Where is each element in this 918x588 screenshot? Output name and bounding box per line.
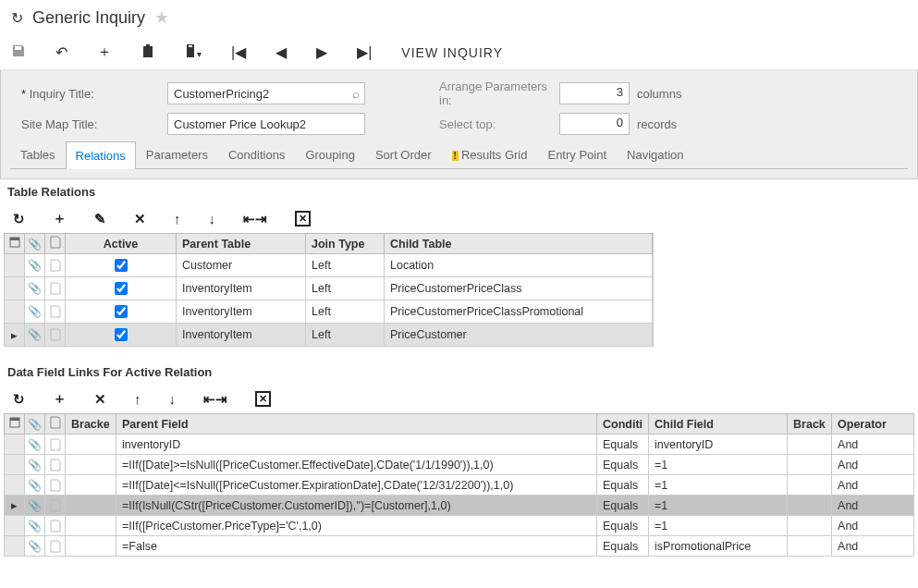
brackets-cell[interactable] — [66, 536, 116, 557]
note-icon[interactable] — [45, 254, 66, 277]
brackets2-cell[interactable] — [788, 516, 832, 536]
col-brackets2[interactable]: Brack — [788, 414, 832, 435]
active-cell[interactable] — [66, 277, 177, 300]
view-inquiry-button[interactable]: VIEW INQUIRY — [401, 45, 503, 60]
attachment-icon[interactable]: 📎 — [25, 300, 45, 324]
col-active[interactable]: Active — [66, 234, 177, 254]
row-marker[interactable]: ▸ — [5, 324, 25, 347]
parent-field-cell[interactable]: =IIf([Date]>=IsNull([PriceCustomer.Effec… — [116, 455, 597, 475]
attachment-icon[interactable]: 📎 — [25, 516, 45, 536]
links-moveup-icon[interactable]: ↑ — [134, 391, 141, 407]
operator-cell[interactable]: And — [832, 516, 914, 536]
attachment-icon[interactable]: 📎 — [25, 455, 45, 475]
tab-parameters[interactable]: Parameters — [136, 141, 218, 168]
clipboard-dropdown-icon[interactable]: ▾ — [184, 43, 202, 62]
links-movedown-icon[interactable]: ↓ — [169, 391, 177, 407]
select-top-input[interactable]: 0 — [559, 113, 630, 135]
row-marker[interactable] — [5, 277, 25, 300]
row-marker[interactable] — [5, 516, 25, 536]
first-record-icon[interactable]: |◀ — [231, 43, 246, 61]
condition-cell[interactable]: Equals — [597, 455, 649, 475]
note-icon[interactable] — [45, 435, 66, 455]
col-operator[interactable]: Operator — [832, 414, 914, 435]
add-icon[interactable]: ＋ — [97, 43, 112, 62]
prev-record-icon[interactable]: ◀ — [275, 43, 287, 61]
attachment-icon[interactable]: 📎 — [25, 277, 45, 300]
lookup-icon[interactable]: ⌕ — [352, 87, 360, 101]
condition-cell[interactable]: Equals — [597, 536, 649, 557]
tab-relations[interactable]: Relations — [66, 141, 136, 169]
note-icon[interactable] — [45, 277, 66, 300]
col-brackets[interactable]: Bracke — [66, 414, 116, 435]
condition-cell[interactable]: Equals — [597, 435, 649, 455]
links-export-icon[interactable]: ✕ — [255, 391, 271, 407]
note-icon[interactable] — [45, 475, 66, 496]
table-row[interactable]: 📎InventoryItemLeftPriceCustomerPriceClas… — [5, 300, 653, 324]
parent-field-cell[interactable]: inventoryID — [116, 435, 597, 455]
grid-delete-icon[interactable]: ✕ — [134, 211, 146, 227]
col-child-field[interactable]: Child Field — [649, 414, 788, 435]
child-field-cell[interactable]: inventoryID — [649, 435, 788, 455]
next-record-icon[interactable]: ▶ — [316, 43, 327, 61]
table-row[interactable]: 📎=IIf([Date]>=IsNull([PriceCustomer.Effe… — [5, 455, 914, 475]
condition-cell[interactable]: Equals — [597, 516, 649, 536]
active-cell[interactable] — [66, 254, 177, 277]
table-row[interactable]: 📎inventoryIDEqualsinventoryIDAnd — [5, 435, 914, 455]
active-cell[interactable] — [66, 324, 177, 347]
brackets2-cell[interactable] — [788, 536, 832, 557]
child-field-cell[interactable]: =1 — [649, 455, 788, 475]
brackets2-cell[interactable] — [788, 435, 832, 455]
tab-entry-point[interactable]: Entry Point — [537, 141, 617, 168]
undo-icon[interactable]: ↶ — [55, 43, 67, 61]
attachment-icon[interactable]: 📎 — [25, 536, 45, 557]
note-icon[interactable] — [45, 516, 66, 536]
table-row[interactable]: ▸📎=IIf(IsNull(CStr([PriceCustomer.Custom… — [5, 496, 914, 516]
attachment-icon[interactable]: 📎 — [25, 324, 45, 347]
grid-add-icon[interactable]: ＋ — [53, 210, 67, 227]
operator-cell[interactable]: And — [832, 536, 914, 557]
table-row[interactable]: 📎InventoryItemLeftPriceCustomerPriceClas… — [5, 277, 653, 300]
tab-conditions[interactable]: Conditions — [218, 141, 295, 168]
refresh-icon[interactable]: ↻ — [11, 9, 23, 27]
parent-field-cell[interactable]: =IIf(IsNull(CStr([PriceCustomer.Customer… — [116, 496, 597, 516]
child-table-cell[interactable]: PriceCustomerPriceClass — [385, 277, 653, 300]
col-condition[interactable]: Conditi — [597, 414, 649, 435]
links-corner[interactable] — [5, 414, 25, 435]
attachment-icon[interactable]: 📎 — [25, 435, 45, 455]
row-marker[interactable] — [5, 300, 25, 324]
brackets2-cell[interactable] — [788, 475, 832, 496]
favorite-star-icon[interactable]: ★ — [154, 7, 169, 28]
table-row[interactable]: ▸📎InventoryItemLeftPriceCustomer — [5, 324, 653, 347]
note-icon[interactable] — [45, 300, 66, 324]
parent-field-cell[interactable]: =False — [116, 536, 597, 557]
parent-field-cell[interactable]: =IIf([PriceCustomer.PriceType]='C',1,0) — [116, 516, 597, 536]
table-row[interactable]: 📎=FalseEqualsisPromotionalPriceAnd — [5, 536, 914, 557]
grid-edit-icon[interactable]: ✎ — [94, 211, 106, 227]
child-field-cell[interactable]: =1 — [649, 496, 788, 516]
parent-table-cell[interactable]: InventoryItem — [177, 324, 306, 347]
table-row[interactable]: 📎CustomerLeftLocation — [5, 254, 653, 277]
brackets-cell[interactable] — [66, 496, 116, 516]
parent-table-cell[interactable]: InventoryItem — [177, 277, 306, 300]
child-field-cell[interactable]: =1 — [649, 475, 788, 496]
save-icon[interactable] — [11, 43, 26, 62]
col-join-type[interactable]: Join Type — [306, 234, 385, 254]
links-delete-icon[interactable]: ✕ — [94, 391, 106, 408]
parent-field-cell[interactable]: =IIf([Date]<=IsNull([PriceCustomer.Expir… — [116, 475, 597, 496]
join-type-cell[interactable]: Left — [306, 277, 385, 300]
child-table-cell[interactable]: PriceCustomer — [385, 324, 653, 347]
child-field-cell[interactable]: isPromotionalPrice — [649, 536, 788, 557]
operator-cell[interactable]: And — [832, 435, 914, 455]
links-fit-icon[interactable]: ⇤⇥ — [203, 391, 227, 408]
parent-table-cell[interactable]: Customer — [177, 254, 306, 277]
table-row[interactable]: 📎=IIf([PriceCustomer.PriceType]='C',1,0)… — [5, 516, 914, 536]
tab-navigation[interactable]: Navigation — [617, 141, 693, 168]
row-marker[interactable]: ▸ — [5, 496, 25, 516]
inquiry-title-input[interactable]: CustomerPricing2 — [167, 82, 365, 104]
brackets-cell[interactable] — [66, 475, 116, 496]
attachment-icon[interactable]: 📎 — [25, 475, 45, 496]
delete-icon[interactable] — [141, 43, 154, 61]
note-icon[interactable] — [45, 324, 66, 347]
arrange-columns-input[interactable]: 3 — [559, 82, 630, 104]
join-type-cell[interactable]: Left — [306, 254, 385, 277]
